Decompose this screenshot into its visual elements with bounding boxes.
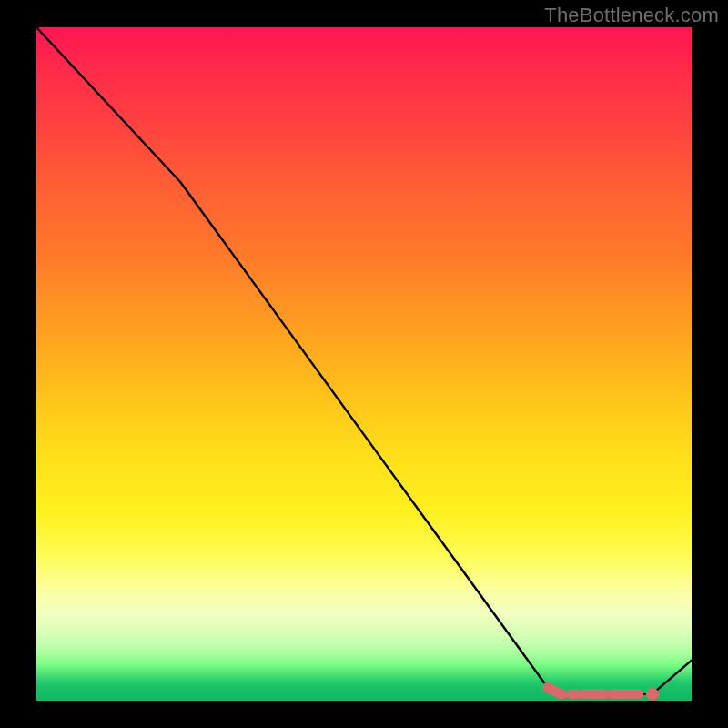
watermark-text: TheBottleneck.com: [544, 4, 719, 27]
plot-area: [36, 27, 692, 701]
highlight-end-dot: [646, 688, 659, 701]
highlight-segment-path: [548, 687, 652, 693]
chart-frame: TheBottleneck.com: [0, 0, 728, 728]
bottleneck-curve-path: [36, 27, 692, 694]
curve-layer: [36, 27, 692, 701]
